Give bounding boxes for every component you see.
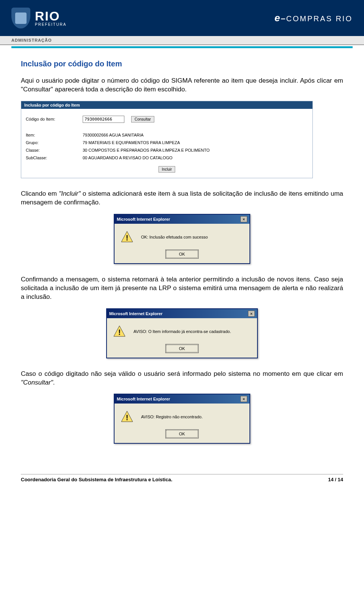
dialog1-title: Microsoft Internet Explorer [117,217,170,221]
incluir-button[interactable]: Incluir [158,166,176,173]
row-incluir: Incluir [26,166,308,173]
val-grupo: 79 MATERIAIS E EQUIPAMENTOS PARA LIMPEZA [83,140,180,145]
p2-incluir: "Incluir" [59,190,80,197]
admin-bar: ADMINISTRAÇÃO [0,36,364,45]
label-classe: Classe: [26,148,83,152]
svg-text:!: ! [118,328,121,336]
ok-button[interactable]: OK [166,345,198,352]
ecompras-text: COMPRAS RIO [286,14,353,23]
form-body: Código do Item: Consultar Item: 79300002… [21,109,312,178]
dialog2-row: ! AVISO: O Item informado já encontra-se… [113,325,251,338]
ecompras-logo: e – COMPRAS RIO [275,12,353,24]
p2a: Clicando em [21,190,59,197]
dialog2-msg: AVISO: O Item informado já encontra-se c… [133,329,251,334]
consultar-button[interactable]: Consultar [131,116,154,122]
dialog3-title: Microsoft Internet Explorer [117,397,170,401]
dialog1-msg: OK: Inclusão efetuada com sucesso [141,235,243,239]
paragraph-1: Aqui o usuário pode digitar o número do … [21,77,343,94]
dialog1-row: ! OK: Inclusão efetuada com sucesso [121,231,243,243]
header-left: RIO PREFEITURA [11,8,66,28]
page-header: RIO PREFEITURA e – COMPRAS RIO [0,0,364,36]
label-grupo: Grupo: [26,140,83,145]
dialog2-titlebar: Microsoft Internet Explorer × [107,309,257,318]
rio-logo: RIO PREFEITURA [35,9,66,27]
dialog-already-exists: Microsoft Internet Explorer × ! AVISO: O… [106,308,258,358]
dialog-not-found: Microsoft Internet Explorer × ! AVISO: R… [114,394,250,444]
dialog3-row: ! AVISO: Registro não encontrado. [121,410,243,423]
ok-button[interactable]: OK [166,430,198,438]
dialog2-body: ! AVISO: O Item informado já encontra-se… [107,318,257,358]
footer-right: 14 / 14 [328,477,343,482]
content: Inclusão por código do Item Aqui o usuár… [0,48,364,463]
val-subclasse: 00 AGUARDANDO A REVISAO DO CATALOGO [83,155,173,160]
p4a: Caso o código digitado não seja válido o… [21,370,343,377]
warning-icon: ! [113,325,126,338]
footer: Coordenadoria Geral do Subsistema de Inf… [21,474,343,482]
p4-consultar: "Consultar" [21,379,53,386]
dialog-success: Microsoft Internet Explorer × ! OK: Incl… [114,214,250,264]
form-inclusao: Inclusão por código do Item Código do It… [21,101,313,178]
dialog3-titlebar: Microsoft Internet Explorer × [115,394,249,404]
val-classe: 30 COMPOSTOS E PREPARADOS PARA LIMPEZA E… [83,148,210,152]
label-subclasse: SubClasse: [26,155,83,160]
dialog3-body: ! AVISO: Registro não encontrado. OK [115,404,249,443]
paragraph-3: Confirmando a mensagem, o sistema retorn… [21,275,343,302]
p4b: . [53,379,55,386]
row-item: Item: 79300002666 AGUA SANITARIA [26,133,308,137]
ecompras-e: e [275,12,280,24]
close-icon[interactable]: × [240,216,247,222]
label-codigo: Código do Item: [26,117,83,121]
row-subclasse: SubClasse: 00 AGUARDANDO A REVISAO DO CA… [26,155,308,160]
ok-button[interactable]: OK [166,250,198,258]
close-icon[interactable]: × [240,396,247,402]
codigo-input[interactable] [83,116,124,123]
svg-text:!: ! [126,234,129,242]
paragraph-2: Clicando em "Incluir" o sistema adiciona… [21,190,343,207]
logo-main: RIO [35,9,66,22]
dialog2-title: Microsoft Internet Explorer [109,311,163,316]
ecompras-dash: – [281,14,286,24]
dialog1-body: ! OK: Inclusão efetuada com sucesso OK [115,224,249,263]
svg-text:!: ! [126,413,129,422]
val-item: 79300002666 AGUA SANITARIA [83,133,144,137]
row-classe: Classe: 30 COMPOSTOS E PREPARADOS PARA L… [26,148,308,152]
warning-icon: ! [121,231,133,243]
row-grupo: Grupo: 79 MATERIAIS E EQUIPAMENTOS PARA … [26,140,308,145]
section-title: Inclusão por código do Item [21,60,343,68]
footer-left: Coordenadoria Geral do Subsistema de Inf… [21,477,173,482]
row-codigo: Código do Item: Consultar [26,116,308,123]
close-icon[interactable]: × [248,311,255,317]
warning-icon: ! [121,410,133,423]
form-title: Inclusão por código do Item [21,101,312,109]
dialog3-msg: AVISO: Registro não encontrado. [141,415,243,419]
shield-icon [11,8,30,28]
label-item: Item: [26,133,83,137]
dialog1-titlebar: Microsoft Internet Explorer × [115,215,249,224]
logo-sub: PREFEITURA [35,22,66,27]
paragraph-4: Caso o código digitado não seja válido o… [21,370,343,387]
